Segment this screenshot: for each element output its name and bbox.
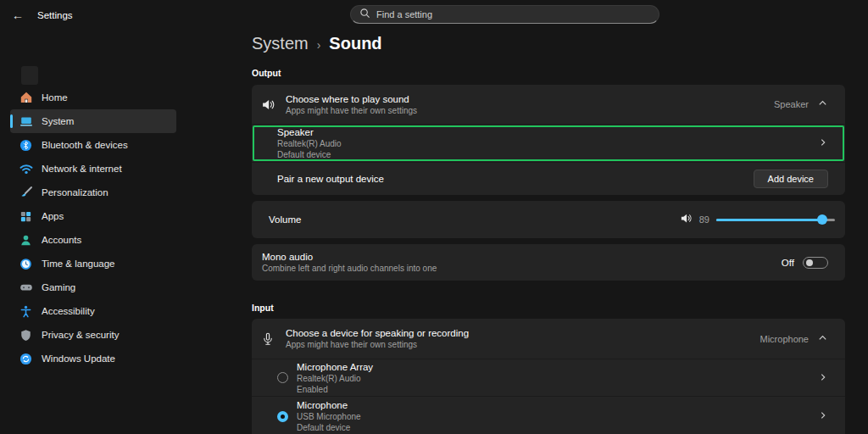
sidebar-item-time-language[interactable]: Time & language	[10, 252, 176, 275]
sidebar-item-system[interactable]: System	[10, 109, 176, 133]
sidebar-item-label: Accessibility	[42, 306, 95, 316]
pair-device-row: Pair a new output device Add device	[252, 163, 845, 195]
pair-device-label: Pair a new output device	[277, 174, 384, 184]
sidebar-item-label: Gaming	[42, 282, 75, 292]
sidebar-item-label: Windows Update	[42, 353, 115, 364]
sidebar-item-label: System	[42, 116, 74, 126]
row-subtitle: Apps might have their own settings	[286, 340, 469, 349]
microphone-device-row[interactable]: Microphone USB Microphone Default device	[252, 397, 845, 434]
personalization-icon	[19, 186, 33, 200]
device-name: Microphone Array	[297, 362, 373, 372]
page-title: Sound	[329, 34, 381, 53]
titlebar: ← Settings	[12, 8, 73, 22]
breadcrumb: System › Sound	[252, 34, 382, 53]
accounts-icon	[19, 233, 33, 248]
breadcrumb-parent[interactable]: System	[252, 34, 309, 53]
mic-array-device-row[interactable]: Microphone Array Realtek(R) Audio Enable…	[252, 359, 845, 396]
sidebar-item-accounts[interactable]: Accounts	[10, 228, 176, 252]
sidebar: Home System Bluetooth & devices Network …	[10, 86, 176, 370]
chevron-up-icon[interactable]	[817, 331, 828, 347]
output-section-label: Output	[252, 68, 281, 78]
search-box[interactable]	[350, 5, 659, 24]
windows-update-icon	[19, 352, 33, 366]
add-device-button[interactable]: Add device	[754, 170, 828, 188]
device-status: Default device	[297, 423, 361, 432]
device-status: Default device	[277, 150, 342, 159]
speaker-device-row[interactable]: Speaker Realtek(R) Audio Default device	[252, 125, 845, 162]
toggle-state-label: Off	[782, 258, 794, 268]
sidebar-item-home[interactable]: Home	[10, 86, 176, 109]
chevron-up-icon[interactable]	[817, 97, 828, 112]
sidebar-item-bluetooth[interactable]: Bluetooth & devices	[10, 133, 176, 157]
sidebar-item-label: Network & internet	[42, 164, 122, 174]
sidebar-item-label: Time & language	[42, 259, 115, 269]
device-status: Enabled	[297, 385, 373, 394]
recording-selected-value: Microphone	[760, 334, 809, 344]
system-icon	[19, 114, 33, 129]
home-icon	[19, 91, 33, 105]
slider-thumb[interactable]	[817, 214, 827, 225]
chevron-right-icon	[818, 370, 828, 386]
sidebar-item-gaming[interactable]: Gaming	[10, 275, 176, 299]
sidebar-item-label: Apps	[42, 211, 64, 221]
mono-audio-card: Mono audio Combine left and right audio …	[252, 244, 845, 281]
apps-icon	[19, 209, 33, 224]
device-driver: USB Microphone	[297, 412, 361, 421]
network-icon	[19, 162, 33, 176]
volume-value: 89	[699, 214, 709, 225]
sidebar-item-label: Bluetooth & devices	[42, 140, 128, 150]
bluetooth-icon	[19, 138, 33, 153]
input-card: Choose a device for speaking or recordin…	[252, 319, 845, 434]
device-name: Speaker	[277, 127, 342, 137]
volume-icon[interactable]	[680, 212, 693, 228]
sidebar-item-label: Accounts	[42, 235, 81, 245]
avatar	[21, 66, 38, 85]
volume-row: Volume 89	[252, 201, 845, 238]
app-title: Settings	[37, 10, 73, 20]
choose-recording-row[interactable]: Choose a device for speaking or recordin…	[252, 319, 845, 359]
speaker-icon	[260, 97, 275, 112]
row-subtitle: Apps might have their own settings	[286, 106, 417, 115]
volume-slider[interactable]	[716, 214, 835, 225]
sidebar-item-windows-update[interactable]: Windows Update	[10, 347, 176, 370]
mono-audio-toggle[interactable]	[803, 257, 828, 269]
search-icon	[359, 7, 370, 22]
mono-audio-subtitle: Combine left and right audio channels in…	[262, 264, 437, 273]
slider-fill	[716, 219, 822, 221]
input-section-label: Input	[252, 303, 274, 313]
choose-playback-row[interactable]: Choose where to play sound Apps might ha…	[252, 85, 845, 124]
chevron-right-icon	[818, 409, 828, 424]
sidebar-item-network[interactable]: Network & internet	[10, 157, 176, 181]
gaming-icon	[19, 281, 33, 295]
sidebar-item-label: Home	[42, 92, 68, 103]
device-name: Microphone	[297, 400, 361, 410]
sidebar-item-privacy[interactable]: Privacy & security	[10, 323, 176, 347]
time-language-icon	[19, 257, 33, 271]
privacy-icon	[19, 328, 33, 342]
breadcrumb-separator-icon: ›	[317, 38, 321, 52]
radio-unselected[interactable]	[277, 372, 288, 383]
volume-card: Volume 89	[252, 201, 845, 238]
toggle-knob	[806, 259, 813, 266]
device-driver: Realtek(R) Audio	[297, 374, 373, 383]
sidebar-item-apps[interactable]: Apps	[10, 204, 176, 228]
sidebar-item-label: Privacy & security	[42, 330, 119, 340]
sidebar-item-accessibility[interactable]: Accessibility	[10, 299, 176, 323]
mono-audio-row: Mono audio Combine left and right audio …	[252, 244, 845, 281]
microphone-icon	[260, 332, 275, 346]
chevron-right-icon	[818, 136, 828, 151]
sidebar-item-label: Personalization	[42, 187, 108, 198]
search-input[interactable]	[376, 9, 650, 19]
device-driver: Realtek(R) Audio	[277, 139, 342, 148]
output-card: Choose where to play sound Apps might ha…	[252, 85, 845, 195]
volume-label: Volume	[269, 214, 301, 225]
row-title: Choose where to play sound	[286, 94, 417, 104]
radio-selected[interactable]	[277, 411, 288, 422]
accessibility-icon	[19, 304, 33, 319]
row-title: Choose a device for speaking or recordin…	[286, 328, 469, 338]
playback-selected-value: Speaker	[774, 99, 809, 109]
mono-audio-title: Mono audio	[262, 252, 437, 262]
back-button[interactable]: ←	[12, 8, 24, 22]
sidebar-item-personalization[interactable]: Personalization	[10, 181, 176, 204]
